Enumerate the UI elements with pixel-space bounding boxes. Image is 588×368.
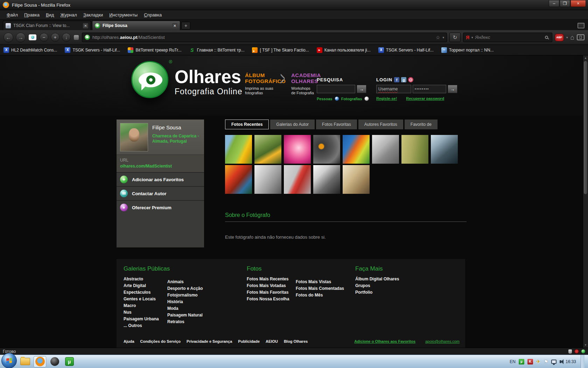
olhares-account-icon[interactable]: O [408,77,413,82]
clock[interactable]: 16:33 [566,359,576,364]
footer-bottom-link[interactable]: Ajuda [124,339,134,343]
addon-icon[interactable] [74,35,79,40]
footer-bottom-link[interactable]: Blog Olhares [284,339,308,343]
login-submit-button[interactable]: → [448,85,457,93]
close-button[interactable]: × [570,0,586,7]
restore-button[interactable]: ❐ [560,0,570,7]
footer-link[interactable]: Fotos Mais Vistas [296,279,344,285]
show-desktop-button[interactable] [581,355,584,368]
tab-close-icon[interactable]: ✕ [83,23,88,28]
google-icon[interactable]: g [401,77,406,82]
footer-bottom-link[interactable]: AEIOU [266,339,278,343]
album-fotografico-promo[interactable]: ÁLBUMFOTOGRÁFICO Imprima as suasfotograf… [245,72,286,95]
photo-thumbnail[interactable] [313,165,340,194]
page-scrollbar[interactable]: ▲ ▼ [583,55,588,348]
footer-link[interactable]: Macro [124,302,170,309]
tab-close-icon[interactable]: ✕ [172,23,177,28]
volume-icon[interactable] [560,360,561,363]
bookmark-item[interactable]: TSGK Servers - Half-Lif... [378,47,434,53]
olhares-logo[interactable]: ® Olhares Fotografia Online [131,61,242,98]
addon-status-icon[interactable] [568,349,572,354]
profile-action-button[interactable]: ✉ Contactar Autor [117,186,204,200]
footer-link[interactable]: Grupos [355,282,399,289]
scroll-down-icon[interactable]: ▼ [583,343,588,347]
footer-link[interactable]: Fotos Mais Favoritas [247,289,289,296]
footer-link[interactable]: Espectáculos [124,289,170,296]
photo-thumbnail[interactable] [343,165,370,194]
site-search-input[interactable] [317,85,355,93]
menu-item[interactable]: Инструменты [106,11,141,19]
utorrent-tray-icon[interactable]: µ [519,359,524,364]
taskbar-app-button[interactable] [48,356,61,367]
register-link[interactable]: Registe-se! [376,96,397,101]
footer-link[interactable]: Retratos [167,319,203,325]
browser-tab-filipe-sousa[interactable]: Filipe Sousa ✕ [92,21,180,30]
bookmark-item[interactable]: [ TSF ] The Skaro Factio... [252,47,309,53]
photo-thumbnail[interactable] [343,135,370,164]
footer-link[interactable]: Portfolio [355,289,399,296]
back-button[interactable]: ← [4,33,13,42]
footer-link[interactable]: Arte Digital [124,282,170,289]
fotografias-radio[interactable] [364,96,369,101]
adblock-plus-icon[interactable]: ABP [555,34,564,41]
support-email-link[interactable]: apoio@olhares.com [425,339,460,343]
bookmark-item[interactable]: Канал пользователя ji... [317,47,371,53]
photo-thumbnail[interactable] [254,165,281,194]
taskbar-explorer-button[interactable] [19,356,31,367]
scroll-up-icon[interactable]: ▲ [583,56,588,60]
url-dropdown-icon[interactable]: ▾ [442,36,444,39]
bookmark-item[interactable]: TSGK Servers - Half-Lif... [65,47,120,53]
url-bar[interactable]: http://olhares.aeiou.pt/MadScientist ☆ ▾ [82,33,447,42]
abp-status-icon[interactable] [574,349,579,354]
footer-link[interactable]: Fotos Mais Comentadas [296,285,344,292]
add-to-favorites-link[interactable]: Adicione o Olhares aos Favoritos [354,339,415,343]
profile-action-button[interactable]: + Adicionar aos Favoritos [117,172,204,186]
photo-thumbnail[interactable] [284,135,311,164]
profile-tab[interactable]: Fotos Recentes [225,120,269,129]
panorama-tab-groups-icon[interactable] [577,34,584,40]
forward-button[interactable]: → [16,33,26,42]
footer-link[interactable]: Fotos Mais Recentes [247,276,289,282]
author-location[interactable]: Charneca de Caparica -Almada, Portugal [152,134,199,144]
taskbar-utorrent-button[interactable]: µ [63,356,76,367]
language-indicator[interactable]: EN [510,359,516,364]
author-url-link[interactable]: olhares.com/MadScientist [120,164,172,169]
footer-link[interactable]: Paisagem Natural [167,312,203,319]
photo-thumbnail[interactable] [254,135,281,164]
profile-tab[interactable]: Fotos Favoritas [316,120,357,129]
footer-link[interactable]: Fotos do Mês [296,292,344,299]
footer-link[interactable]: Paisagem Urbana [124,316,170,322]
browser-tab-tsgk[interactable]: ⌂ TSGK Clan Forum :: View to... ✕ [3,21,91,30]
photo-thumbnail[interactable] [372,135,399,164]
action-center-flag-icon[interactable]: ⚑ [544,359,548,364]
menu-item[interactable]: Журнал [57,11,80,19]
airplane-tray-icon[interactable]: ✈ [536,359,541,365]
yandex-icon[interactable]: Я [466,35,469,40]
photo-thumbnail[interactable] [225,165,252,194]
profile-tab[interactable]: Autores Favoritos [358,120,403,129]
scrollbar-thumb[interactable] [584,61,587,194]
menu-item[interactable]: Закладки [80,11,106,19]
minimize-button[interactable]: – [549,0,559,7]
chat-bubble-extension-icon[interactable] [29,34,36,40]
footer-link[interactable]: Álbum Digital Olhares [355,276,399,282]
footer-link[interactable]: Moda [167,305,203,312]
footer-link[interactable]: Abstracto [124,276,170,282]
zoom-out-button[interactable]: − [40,33,48,42]
bookmark-item[interactable]: Главная :: BitTorrent тр... [189,47,245,53]
password-field[interactable]: •••••••• [413,85,446,93]
footer-bottom-link[interactable]: Publicidade [238,339,260,343]
photo-thumbnail[interactable] [431,135,458,164]
search-icon[interactable] [545,36,548,39]
downloads-button[interactable]: ↓ [62,33,71,42]
photo-thumbnail[interactable] [401,135,428,164]
menu-item[interactable]: Вид [43,11,57,19]
bookmark-star-icon[interactable]: ☆ [436,35,440,40]
zoom-in-button[interactable]: + [51,33,59,42]
menu-item[interactable]: Справка [141,11,165,19]
footer-link[interactable]: Animais [167,279,203,285]
avatar[interactable] [120,123,148,151]
footer-link[interactable]: Desporto e Acção [167,285,203,292]
photo-thumbnail[interactable] [313,135,340,164]
search-go-button[interactable]: → [357,85,366,93]
